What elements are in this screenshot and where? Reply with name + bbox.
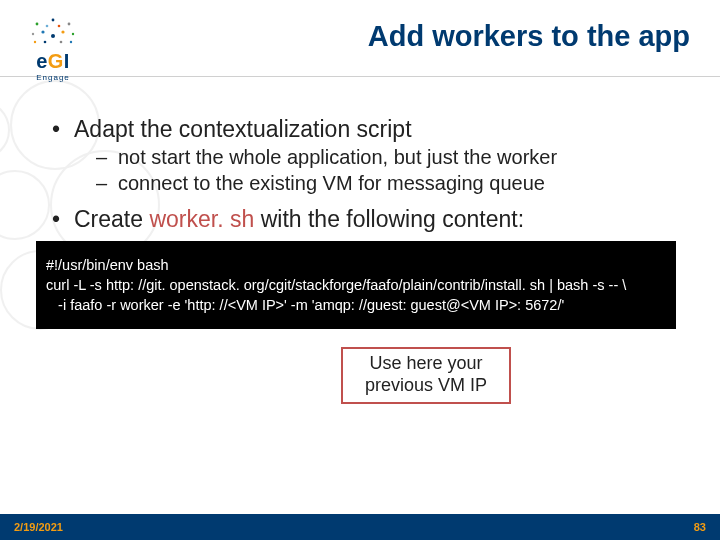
slide-title: Add workers to the app bbox=[92, 14, 692, 53]
svg-point-1 bbox=[41, 30, 44, 33]
code-block: #!/usr/bin/env bash curl -L -s http: //g… bbox=[36, 241, 676, 329]
logo-text: eGI bbox=[36, 50, 70, 73]
bullet-1-sub-1: –not start the whole application, but ju… bbox=[96, 145, 680, 171]
svg-point-0 bbox=[51, 34, 55, 38]
filename-accent: worker. sh bbox=[149, 206, 254, 232]
code-line-3: -i faafo -r worker -e 'http: //<VM IP>' … bbox=[46, 297, 564, 313]
svg-point-9 bbox=[72, 33, 74, 35]
footer-date: 2/19/2021 bbox=[14, 521, 63, 533]
callout-box: Use here your previous VM IP bbox=[341, 347, 511, 404]
bullet-1: •Adapt the contextualization script bbox=[52, 116, 680, 143]
callout-line-1: Use here your bbox=[365, 353, 487, 375]
bullet-1-text: Adapt the contextualization script bbox=[74, 116, 412, 143]
svg-point-12 bbox=[44, 41, 47, 44]
code-line-2: curl -L -s http: //git. openstack. org/c… bbox=[46, 277, 626, 293]
logo-subtext: Engage bbox=[36, 73, 70, 82]
bullet-1-sub-2-text: connect to the existing VM for messaging… bbox=[118, 171, 545, 197]
svg-point-2 bbox=[61, 30, 64, 33]
svg-point-10 bbox=[34, 41, 36, 43]
svg-point-8 bbox=[32, 33, 34, 35]
svg-point-4 bbox=[52, 19, 55, 22]
bullet-1-sub-2: –connect to the existing VM for messagin… bbox=[96, 171, 680, 197]
svg-point-13 bbox=[60, 41, 63, 44]
bullet-2: • Create worker. sh with the following c… bbox=[52, 206, 680, 233]
svg-point-11 bbox=[70, 41, 72, 43]
code-line-1: #!/usr/bin/env bash bbox=[46, 257, 169, 273]
slide-body: •Adapt the contextualization script –not… bbox=[0, 88, 720, 404]
svg-point-7 bbox=[58, 25, 61, 28]
bullet-2-text: Create worker. sh with the following con… bbox=[74, 206, 524, 233]
slide-header: eGI Engage Add workers to the app bbox=[0, 0, 720, 88]
svg-point-6 bbox=[46, 25, 49, 28]
footer-page-number: 83 bbox=[694, 521, 706, 533]
svg-point-3 bbox=[36, 23, 39, 26]
svg-point-5 bbox=[68, 23, 71, 26]
egi-logo: eGI Engage bbox=[14, 14, 92, 82]
slide-footer: 2/19/2021 83 bbox=[0, 514, 720, 540]
callout-line-2: previous VM IP bbox=[365, 375, 487, 397]
bullet-1-sub-1-text: not start the whole application, but jus… bbox=[118, 145, 557, 171]
logo-burst-icon bbox=[25, 14, 81, 48]
